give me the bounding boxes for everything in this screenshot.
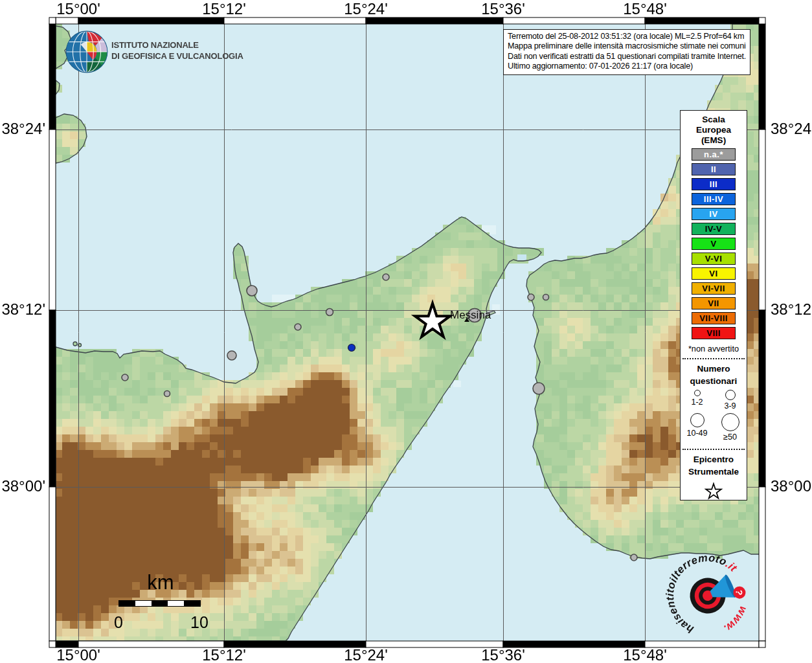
scalebar-end-label: 10 (187, 613, 212, 632)
questionnaire-size-item: 10-49 (681, 413, 714, 442)
frame-segment (224, 17, 366, 24)
earthquake-info-box: Terremoto del 25-08-2012 03:51:32 (ora l… (503, 29, 750, 75)
questionnaire-size-item: ≥50 (714, 413, 747, 442)
questionnaire-size-circle-icon (721, 413, 739, 431)
info-box-line: Dati non verificati estratti da 51 quest… (508, 52, 746, 62)
info-box-line: Ultimo aggiornamento: 07-01-2026 21:17 (… (508, 62, 746, 71)
svg-text:www.: www. (718, 602, 755, 636)
frame-segment (759, 129, 765, 310)
ems-class-chip: VI (692, 267, 736, 280)
axis-label-longitude: 15°00' (39, 646, 117, 663)
axis-label-latitude: 38°00' (771, 477, 812, 495)
axis-label-latitude: 38°24' (0, 120, 45, 138)
axis-label-longitude: 15°12' (185, 0, 263, 18)
frame-segment (645, 17, 759, 24)
questionnaire-size-circle-icon (725, 390, 736, 400)
ingv-globe-logo-icon (63, 28, 110, 75)
ems-class-chip: VIII (692, 327, 736, 339)
institute-name-line1: ISTITUTO NAZIONALE (111, 40, 199, 50)
scalebar-segment (135, 601, 152, 606)
frame-segment (78, 17, 224, 24)
axis-label-longitude: 15°12' (185, 646, 263, 663)
ems-class-chip: VI-VII (692, 282, 736, 295)
epicenter-legend-title: Epicentro (694, 453, 734, 466)
frame-corner (759, 17, 765, 24)
axis-label-latitude: 38°24' (771, 120, 812, 138)
ems-class-chip: V-VI (692, 253, 736, 265)
axis-label-longitude: 15°00' (39, 0, 117, 18)
legend-title: (EMS) (701, 135, 726, 146)
epicenter-star-icon (704, 482, 723, 500)
questionnaire-size-item: 3-9 (714, 390, 747, 410)
legend-footnote: *non avvertito (688, 344, 739, 354)
frame-segment (759, 310, 765, 487)
haisentitoilterremoto-watermark-logo: ? haisentitoilterremoto.it www. (653, 541, 763, 651)
scalebar (118, 600, 201, 607)
questionnaire-count-title: questionari (690, 375, 738, 387)
questionnaire-size-label: 10-49 (686, 429, 707, 438)
city-label: Messina (450, 309, 491, 322)
questionnaire-size-item: 1-2 (681, 390, 714, 410)
questionnaire-size-label: ≥50 (723, 433, 737, 442)
ems-class-chip: IV (692, 208, 736, 220)
questionnaire-size-circle-icon (690, 413, 705, 427)
watermark-text-www: www. (718, 602, 755, 636)
ems-class-chip: VII-VIII (692, 312, 736, 324)
legend-title: Europea (696, 125, 731, 135)
frame-segment (366, 17, 503, 24)
axis-label-latitude: 38°00' (0, 477, 45, 495)
axis-label-longitude: 15°36' (464, 0, 542, 18)
scalebar-start-label: 0 (111, 613, 126, 632)
frame-segment (49, 129, 56, 310)
legend-divider (682, 358, 745, 359)
axis-label-longitude: 15°24' (327, 646, 405, 663)
ems-class-chip: III (692, 178, 736, 190)
info-box-line: Mappa preliminare delle intensità macros… (508, 41, 746, 51)
questionnaire-size-circle-icon (694, 390, 701, 396)
axis-label-longitude: 15°36' (464, 646, 542, 663)
legend-title: Scala (702, 115, 725, 125)
frame-segment (759, 24, 765, 129)
info-box-line: Terremoto del 25-08-2012 03:51:32 (ora l… (508, 32, 746, 41)
institute-name-line2: DI GEOFISICA E VULCANOLOGIA (111, 51, 243, 61)
ems-class-chip: V (692, 238, 736, 250)
frame-segment (56, 17, 78, 24)
axis-label-latitude: 38°12' (771, 300, 812, 319)
scalebar-segment (119, 601, 135, 606)
ems-legend: ScalaEuropea(EMS)n.a.*IIIIIIII-IVIVIV-VV… (680, 110, 747, 500)
questionnaire-size-grid: 1-23-910-49≥50 (681, 390, 747, 444)
axis-label-longitude: 15°24' (327, 0, 405, 18)
scalebar-segment (184, 601, 200, 606)
questionnaire-size-label: 3-9 (724, 401, 736, 410)
scalebar-segment (168, 601, 184, 606)
scalebar-segment (152, 601, 168, 606)
axis-label-latitude: 38°12' (0, 300, 45, 319)
frame-segment (49, 487, 56, 641)
axis-label-longitude: 15°48' (606, 0, 684, 18)
legend-divider (682, 449, 745, 450)
ems-class-chip: IV-V (692, 223, 736, 235)
ems-class-chip: III-IV (692, 193, 736, 205)
epicenter-legend-title: Strumentale (688, 466, 739, 478)
frame-corner (49, 17, 56, 24)
questionnaire-size-label: 1-2 (691, 398, 703, 407)
frame-segment (49, 24, 56, 129)
ems-class-chip: n.a.* (692, 148, 736, 161)
macroseismic-map-page: 15°00'15°12'15°24'15°36'15°48' 15°00'15°… (0, 0, 812, 663)
svg-text:?: ? (734, 589, 745, 596)
questionnaire-count-title: Numero (697, 363, 730, 375)
frame-segment (49, 310, 56, 487)
ems-class-chip: VII (692, 297, 736, 309)
scalebar-unit-label: km (117, 571, 204, 594)
frame-segment (503, 17, 645, 24)
ems-class-chip: II (692, 163, 736, 175)
